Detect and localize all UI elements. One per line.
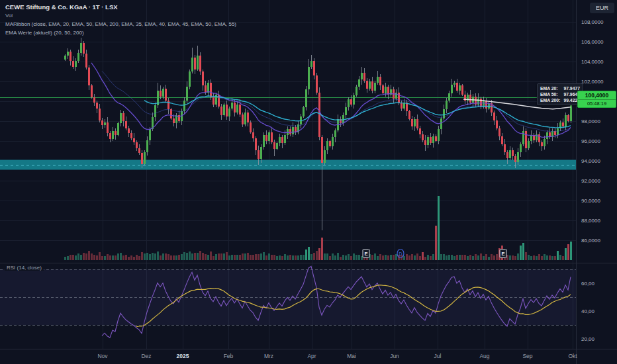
candle-body <box>167 101 169 110</box>
volume-bar <box>406 254 408 260</box>
candle-body <box>255 138 257 150</box>
candle-body <box>353 95 355 105</box>
volume-bar <box>551 256 553 260</box>
volume-bar <box>393 255 395 260</box>
month-label: Apr <box>307 353 316 359</box>
volume-bar <box>136 255 138 260</box>
candle-body <box>303 107 305 116</box>
candle-body <box>308 67 310 90</box>
candle-body <box>292 127 294 134</box>
candle-body <box>517 152 519 162</box>
rsi-indicator-label[interactable]: RSI (14, close) <box>5 265 44 271</box>
maribbon-indicator-label[interactable]: MARibbon (close, EMA, 20, EMA, 50, EMA, … <box>5 20 236 28</box>
volume-bar <box>104 256 106 260</box>
volume-bar <box>310 254 312 260</box>
candle-body <box>334 130 336 138</box>
volume-bar <box>546 255 548 260</box>
candle-body <box>316 75 318 93</box>
candle-body <box>435 136 437 142</box>
volume-bar <box>419 256 421 260</box>
candle-body <box>430 137 432 143</box>
candle-body <box>506 152 508 158</box>
candle-body <box>162 89 164 97</box>
volume-bar <box>544 254 546 260</box>
volume-bar <box>300 255 302 260</box>
month-label: Mrz <box>264 353 273 359</box>
candle-body <box>446 101 448 110</box>
volume-bar <box>313 253 315 260</box>
ema-values-tooltip: EMA 20:97.9477 EMA 50:97.9647 EMA 200:99… <box>537 83 583 105</box>
volume-bar <box>514 256 516 260</box>
currency-button[interactable]: EUR <box>590 3 614 13</box>
volume-bar <box>207 255 209 261</box>
candle-body <box>215 95 217 105</box>
candle-body <box>382 85 384 93</box>
volume-bar <box>456 255 458 260</box>
ema-werte-indicator-label[interactable]: EMA Werte (aktuell) (20, 50, 200) <box>5 28 236 37</box>
volume-bar <box>133 257 135 260</box>
candle-body <box>258 150 260 159</box>
volume-bar <box>361 256 363 260</box>
volume-bar <box>377 256 379 260</box>
volume-bar <box>181 254 183 260</box>
candle-body <box>345 107 347 115</box>
current-price-label[interactable]: 100,4000 05:48:19 <box>577 91 616 108</box>
volume-bar <box>125 255 127 260</box>
rsi-tick-label: 20,00 <box>581 336 595 342</box>
candle-body <box>313 61 315 76</box>
candle-body <box>324 150 326 163</box>
volume-bar <box>260 253 262 260</box>
candle-body <box>160 91 162 97</box>
candle-body <box>144 152 146 164</box>
candle-body <box>361 73 363 80</box>
candle-body <box>77 53 79 61</box>
volume-bar <box>199 251 201 260</box>
candle-body <box>453 83 455 85</box>
volume-bar <box>472 256 474 260</box>
rsi-tick-label: 60,00 <box>581 281 595 287</box>
month-label: Sep <box>522 353 532 359</box>
candle-body <box>125 121 127 128</box>
candle-body <box>530 135 532 141</box>
volume-bar <box>475 254 477 260</box>
volume-bar <box>427 255 429 260</box>
earnings-badge[interactable]: E <box>500 250 506 258</box>
volume-bar <box>128 257 130 260</box>
volume-bar <box>438 196 440 260</box>
volume-bar <box>308 247 310 260</box>
candle-body <box>202 71 204 85</box>
earnings-badge[interactable]: E <box>363 250 369 258</box>
volume-bar <box>422 252 424 260</box>
volume-bar <box>453 256 455 260</box>
volume-bar <box>443 254 445 260</box>
candle-body <box>154 105 156 117</box>
candle-body <box>567 115 569 121</box>
candle-body <box>525 131 527 148</box>
volume-bar <box>536 256 538 260</box>
volume-bar <box>228 255 230 260</box>
volume-bar <box>236 255 238 260</box>
volume-bar <box>138 256 140 260</box>
volume-bar <box>477 255 479 260</box>
volume-bar <box>70 255 71 260</box>
candle-body <box>469 95 471 103</box>
volume-bar <box>242 253 244 261</box>
volume-bar <box>64 257 66 260</box>
chart-canvas[interactable]: 108,0000106,0000104,0000102,000098,00009… <box>0 0 617 364</box>
volume-indicator-label[interactable]: Vol <box>5 11 236 20</box>
volume-bar <box>485 254 487 260</box>
candle-body <box>329 141 331 146</box>
volume-bar <box>112 255 114 260</box>
candle-body <box>459 85 461 91</box>
candle-body <box>358 79 360 87</box>
volume-bar <box>252 255 254 260</box>
symbol-title[interactable]: CEWE Stiftung & Co. KGaA · 1T · LSX <box>5 3 236 11</box>
candle-body <box>218 95 220 107</box>
candle-body <box>424 140 426 146</box>
candle-body <box>279 137 281 143</box>
volume-bar <box>382 255 384 260</box>
candle-body <box>228 109 230 116</box>
volume-bar <box>538 254 540 260</box>
volume-bar <box>289 255 291 260</box>
volume-bar <box>324 253 326 260</box>
